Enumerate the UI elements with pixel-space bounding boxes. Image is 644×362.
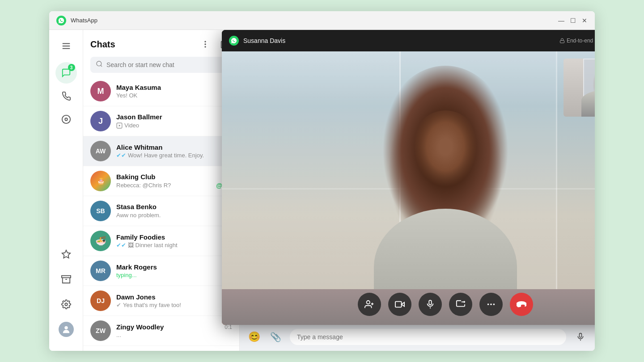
chat-info: Mark Rogers 10:5 typing...: [116, 263, 232, 278]
attach-button[interactable]: 📎: [268, 330, 283, 344]
message-preview: ...: [116, 332, 232, 338]
camera-icon: [395, 299, 405, 309]
avatar-icon: [61, 324, 71, 334]
sidebar-item-settings[interactable]: [55, 294, 77, 315]
chat-info: Family Foodies 11:2 ✔✔ 🖼 Dinner last nig…: [116, 233, 232, 248]
whatsapp-logo-icon: [56, 16, 66, 25]
contact-name: Baking Club: [116, 173, 156, 181]
contact-name: Stasa Benko: [116, 203, 157, 210]
contact-name: Jason Ballmer: [116, 113, 162, 121]
screen-share-icon: [456, 299, 466, 309]
chat-info: Maya Kasuma 14:5 Yes! OK 🔇: [116, 84, 232, 99]
video-controls: [358, 293, 533, 316]
svg-point-13: [205, 46, 206, 47]
pip-video-window[interactable]: [564, 59, 595, 117]
message-preview: Rebecca: @Chris R?: [116, 182, 216, 189]
add-participant-button[interactable]: [358, 293, 381, 316]
message-preview: ✔ Yes that's my fave too!: [116, 302, 232, 308]
svg-marker-17: [119, 124, 121, 126]
end-call-button[interactable]: [510, 293, 533, 316]
chat-list-panel: Chats: [83, 30, 240, 351]
contact-name: Dawn Jones: [116, 293, 156, 301]
message-input[interactable]: [290, 329, 566, 345]
main-window: WhatsApp — ☐ ✕ 3: [49, 11, 595, 351]
sidebar-item-status[interactable]: [55, 109, 77, 130]
svg-marker-6: [62, 250, 70, 258]
chat-list-header: Chats: [83, 30, 239, 55]
end-call-icon: [517, 299, 526, 309]
emoji-icon: 😊: [248, 331, 260, 343]
svg-point-21: [367, 301, 370, 304]
sidebar-item-chats[interactable]: 3: [55, 62, 77, 84]
svg-point-29: [487, 303, 489, 305]
message-preview: Aww no problem.: [116, 212, 224, 219]
list-item[interactable]: 🍜 Family Foodies 11:2 ✔✔ 🖼 Dinner last n…: [83, 226, 239, 256]
svg-rect-26: [429, 300, 432, 305]
mic-icon: [425, 299, 435, 309]
svg-point-4: [62, 115, 70, 123]
more-options-button[interactable]: [198, 37, 212, 51]
status-icon: [61, 114, 71, 124]
list-item[interactable]: AW Alice Whitman 15:1 ✔✔ Wow! Have great…: [83, 136, 239, 166]
list-item[interactable]: J Jason Ballmer 15:2 Video 5: [83, 106, 239, 136]
maximize-button[interactable]: ☐: [570, 17, 576, 24]
svg-point-31: [493, 303, 495, 305]
screen-share-button[interactable]: [449, 293, 472, 316]
svg-point-12: [205, 44, 206, 45]
list-item[interactable]: SB Stasa Benko 13:5 Aww no problem. 2: [83, 196, 239, 226]
svg-rect-7: [61, 276, 70, 278]
list-item[interactable]: ZW Zingy Woodley 0:1 ...: [83, 316, 239, 346]
avatar: 🍜: [90, 231, 111, 251]
chat-input-bar: 😊 📎: [240, 323, 595, 351]
chat-info: Alice Whitman 15:1 ✔✔ Wow! Have great ti…: [116, 143, 232, 159]
emoji-button[interactable]: 😊: [247, 330, 261, 344]
contact-name: Maya Kasuma: [116, 84, 161, 91]
chat-info: Baking Club 14:4 Rebecca: @Chris R? @ 1: [116, 173, 232, 189]
more-options-call-button[interactable]: [479, 293, 503, 316]
avatar: DJ: [90, 290, 111, 311]
svg-point-30: [490, 303, 492, 305]
message-preview: ✔✔ 🖼 Dinner last night: [116, 242, 232, 248]
call-contact-name: Susanna Davis: [243, 37, 559, 44]
minimize-button[interactable]: —: [558, 17, 564, 24]
sidebar-item-menu[interactable]: [55, 35, 77, 57]
list-item[interactable]: DJ Dawn Jones 8:3 ✔ Yes that's my fave t…: [83, 286, 239, 316]
svg-point-9: [65, 303, 68, 306]
svg-point-11: [205, 41, 206, 42]
add-participant-icon: [364, 299, 374, 309]
mic-button[interactable]: [573, 330, 588, 344]
avatar: SB: [90, 201, 111, 221]
sidebar-item-calls[interactable]: [55, 85, 77, 107]
search-bar[interactable]: [90, 57, 232, 73]
search-input[interactable]: [106, 61, 227, 68]
svg-rect-20: [560, 41, 564, 43]
svg-point-14: [97, 61, 102, 66]
encryption-text: End-to-end endcrypted: [567, 38, 595, 44]
list-item[interactable]: 🎂 Baking Club 14:4 Rebecca: @Chris R? @ …: [83, 166, 239, 196]
camera-toggle-button[interactable]: [388, 293, 411, 316]
menu-icon: [61, 41, 71, 51]
message-preview: ✔✔ Wow! Have great time. Enjoy.: [116, 152, 232, 159]
avatar: AW: [90, 141, 111, 161]
mute-button[interactable]: [419, 293, 442, 316]
app-body: 3: [49, 30, 595, 351]
avatar: M: [90, 81, 111, 101]
avatar: ZW: [90, 320, 111, 341]
chats-badge: 3: [68, 64, 75, 71]
user-avatar[interactable]: [55, 319, 77, 340]
chat-info: Zingy Woodley 0:1 ...: [116, 323, 232, 338]
close-button[interactable]: ✕: [581, 17, 588, 24]
settings-icon: [61, 299, 71, 309]
chat-info: Stasa Benko 13:5 Aww no problem. 2: [116, 203, 232, 219]
pip-video-feed: [564, 59, 595, 117]
list-item[interactable]: M Maya Kasuma 14:5 Yes! OK 🔇: [83, 76, 239, 106]
app-title: WhatsApp: [71, 17, 558, 24]
sidebar-item-starred[interactable]: [55, 244, 77, 265]
sidebar-item-archive[interactable]: [55, 269, 77, 290]
main-video-feed: [222, 51, 595, 325]
video-call-header: Susanna Davis End-to-end endcrypted — ☐ …: [222, 30, 595, 51]
mic-icon: [576, 333, 585, 341]
sidebar: 3: [49, 30, 83, 351]
list-item[interactable]: MR Mark Rogers 10:5 typing...: [83, 256, 239, 286]
svg-rect-25: [395, 302, 402, 307]
